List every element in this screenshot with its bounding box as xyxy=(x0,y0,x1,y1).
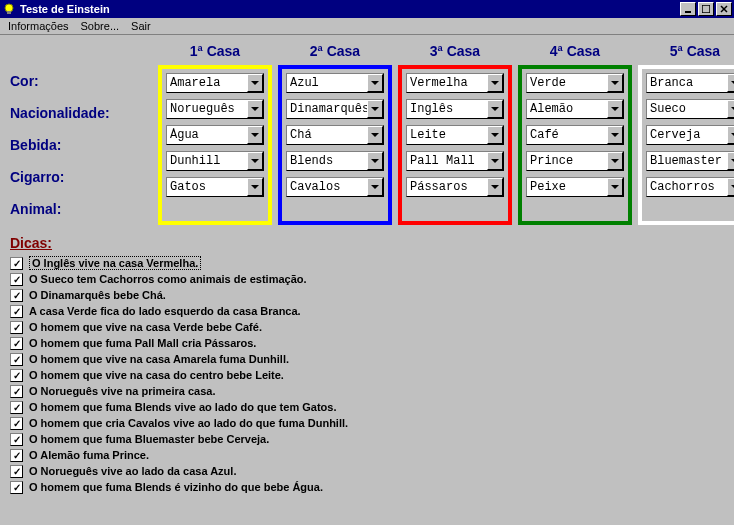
hint-checkbox[interactable]: ✓ xyxy=(10,353,23,366)
chevron-down-icon[interactable] xyxy=(247,126,263,144)
chevron-down-icon[interactable] xyxy=(487,100,503,118)
combo-cor-house-1[interactable]: Amarela xyxy=(166,73,264,93)
chevron-down-icon[interactable] xyxy=(607,152,623,170)
hint-checkbox[interactable]: ✓ xyxy=(10,401,23,414)
chevron-down-icon[interactable] xyxy=(487,178,503,196)
hint-row: ✓O homem que fuma Blends vive ao lado do… xyxy=(10,399,724,415)
combo-nac-house-4[interactable]: Alemão xyxy=(526,99,624,119)
combo-cig-house-2[interactable]: Blends xyxy=(286,151,384,171)
combo-cig-house-3[interactable]: Pall Mall xyxy=(406,151,504,171)
menu-info[interactable]: Informações xyxy=(8,20,69,32)
combo-beb-house-2[interactable]: Chá xyxy=(286,125,384,145)
combo-beb-house-5[interactable]: Cerveja xyxy=(646,125,734,145)
combo-nac-house-2[interactable]: Dinamarquês xyxy=(286,99,384,119)
minimize-button[interactable] xyxy=(680,2,696,16)
hint-text: A casa Verde fica do lado esquerdo da ca… xyxy=(29,305,301,317)
combo-value: Pall Mall xyxy=(407,154,487,168)
chevron-down-icon[interactable] xyxy=(727,74,734,92)
hint-text: O Alemão fuma Prince. xyxy=(29,449,149,461)
chevron-down-icon[interactable] xyxy=(247,152,263,170)
window-title: Teste de Einstein xyxy=(20,3,680,15)
combo-nac-house-1[interactable]: Norueguês xyxy=(166,99,264,119)
chevron-down-icon[interactable] xyxy=(367,126,383,144)
combo-beb-house-3[interactable]: Leite xyxy=(406,125,504,145)
chevron-down-icon[interactable] xyxy=(367,178,383,196)
hint-text: O homem que vive na casa Amarela fuma Du… xyxy=(29,353,289,365)
app-icon xyxy=(2,2,16,16)
combo-nac-house-3[interactable]: Inglês xyxy=(406,99,504,119)
combo-beb-house-4[interactable]: Café xyxy=(526,125,624,145)
chevron-down-icon[interactable] xyxy=(367,74,383,92)
combo-ani-house-4[interactable]: Peixe xyxy=(526,177,624,197)
combo-cor-house-2[interactable]: Azul xyxy=(286,73,384,93)
combo-value: Sueco xyxy=(647,102,727,116)
header-casa-1: 1ª Casa xyxy=(158,43,272,65)
hint-checkbox[interactable]: ✓ xyxy=(10,337,23,350)
chevron-down-icon[interactable] xyxy=(727,100,734,118)
row-label-ani: Animal: xyxy=(10,193,152,225)
hint-text: O homem que vive na casa do centro bebe … xyxy=(29,369,284,381)
hint-checkbox[interactable]: ✓ xyxy=(10,433,23,446)
combo-value: Cachorros xyxy=(647,180,727,194)
combo-beb-house-1[interactable]: Água xyxy=(166,125,264,145)
combo-cor-house-5[interactable]: Branca xyxy=(646,73,734,93)
chevron-down-icon[interactable] xyxy=(727,126,734,144)
hint-checkbox[interactable]: ✓ xyxy=(10,273,23,286)
combo-nac-house-5[interactable]: Sueco xyxy=(646,99,734,119)
combo-value: Água xyxy=(167,128,247,142)
hint-checkbox[interactable]: ✓ xyxy=(10,417,23,430)
hint-checkbox[interactable]: ✓ xyxy=(10,465,23,478)
combo-value: Café xyxy=(527,128,607,142)
combo-value: Inglês xyxy=(407,102,487,116)
chevron-down-icon[interactable] xyxy=(607,178,623,196)
header-casa-3: 3ª Casa xyxy=(398,43,512,65)
hint-checkbox[interactable]: ✓ xyxy=(10,289,23,302)
hint-row: ✓O homem que fuma Bluemaster bebe Cervej… xyxy=(10,431,724,447)
chevron-down-icon[interactable] xyxy=(247,100,263,118)
combo-ani-house-3[interactable]: Pássaros xyxy=(406,177,504,197)
house-4: VerdeAlemãoCaféPrincePeixe xyxy=(518,65,632,225)
hint-checkbox[interactable]: ✓ xyxy=(10,385,23,398)
header-casa-2: 2ª Casa xyxy=(278,43,392,65)
chevron-down-icon[interactable] xyxy=(487,74,503,92)
close-button[interactable] xyxy=(716,2,732,16)
combo-value: Chá xyxy=(287,128,367,142)
hint-row: ✓O homem que vive na casa Verde bebe Caf… xyxy=(10,319,724,335)
chevron-down-icon[interactable] xyxy=(727,152,734,170)
chevron-down-icon[interactable] xyxy=(487,126,503,144)
chevron-down-icon[interactable] xyxy=(607,100,623,118)
hint-row: ✓O homem que vive na casa Amarela fuma D… xyxy=(10,351,724,367)
hint-checkbox[interactable]: ✓ xyxy=(10,257,23,270)
chevron-down-icon[interactable] xyxy=(727,178,734,196)
hint-checkbox[interactable]: ✓ xyxy=(10,481,23,494)
chevron-down-icon[interactable] xyxy=(247,178,263,196)
chevron-down-icon[interactable] xyxy=(367,100,383,118)
chevron-down-icon[interactable] xyxy=(367,152,383,170)
chevron-down-icon[interactable] xyxy=(487,152,503,170)
combo-ani-house-5[interactable]: Cachorros xyxy=(646,177,734,197)
combo-cig-house-4[interactable]: Prince xyxy=(526,151,624,171)
combo-value: Peixe xyxy=(527,180,607,194)
hint-checkbox[interactable]: ✓ xyxy=(10,321,23,334)
combo-value: Bluemaster xyxy=(647,154,727,168)
combo-cig-house-1[interactable]: Dunhill xyxy=(166,151,264,171)
hint-checkbox[interactable]: ✓ xyxy=(10,369,23,382)
combo-cor-house-4[interactable]: Verde xyxy=(526,73,624,93)
svg-rect-1 xyxy=(7,11,11,14)
hint-checkbox[interactable]: ✓ xyxy=(10,305,23,318)
combo-cig-house-5[interactable]: Bluemaster xyxy=(646,151,734,171)
combo-value: Cavalos xyxy=(287,180,367,194)
chevron-down-icon[interactable] xyxy=(607,126,623,144)
hint-row: ✓O homem que fuma Blends é vizinho do qu… xyxy=(10,479,724,495)
chevron-down-icon[interactable] xyxy=(247,74,263,92)
combo-ani-house-1[interactable]: Gatos xyxy=(166,177,264,197)
menu-about[interactable]: Sobre... xyxy=(81,20,120,32)
hint-text: O homem que fuma Bluemaster bebe Cerveja… xyxy=(29,433,269,445)
menu-exit[interactable]: Sair xyxy=(131,20,151,32)
chevron-down-icon[interactable] xyxy=(607,74,623,92)
combo-ani-house-2[interactable]: Cavalos xyxy=(286,177,384,197)
combo-value: Blends xyxy=(287,154,367,168)
maximize-button[interactable] xyxy=(698,2,714,16)
hint-checkbox[interactable]: ✓ xyxy=(10,449,23,462)
combo-cor-house-3[interactable]: Vermelha xyxy=(406,73,504,93)
